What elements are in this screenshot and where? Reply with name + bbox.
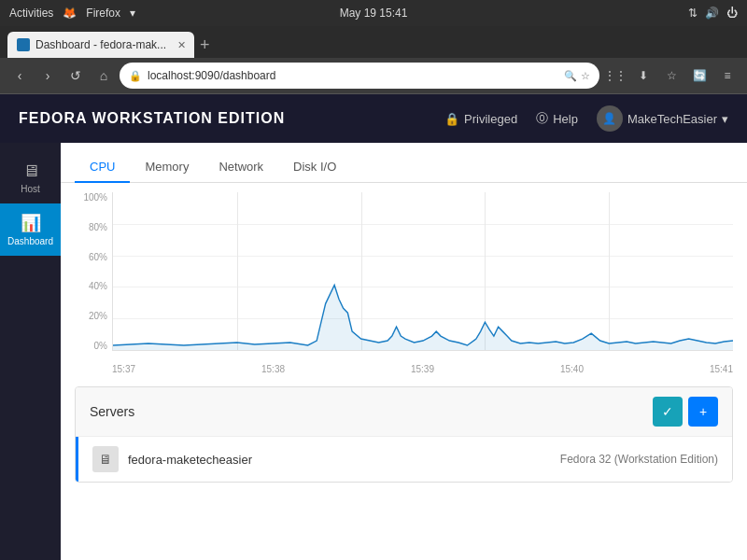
y-label-40: 40% — [89, 281, 107, 291]
menu-button[interactable]: ≡ — [715, 63, 740, 88]
y-label-20: 20% — [89, 311, 107, 321]
network-icon: ⇅ — [688, 7, 698, 20]
tab-cpu[interactable]: CPU — [75, 152, 130, 183]
y-label-60: 60% — [89, 252, 107, 262]
browser-tabs: Dashboard - fedora-mak... ✕ + — [0, 26, 747, 58]
tab-label: Dashboard - fedora-mak... — [35, 38, 166, 51]
browser-toolbar-right: ⋮⋮ ⬇ ☆ 🔄 ≡ — [603, 63, 740, 88]
servers-actions: ✓ + — [653, 397, 718, 427]
server-name: fedora-maketecheasier — [128, 453, 551, 467]
forward-button[interactable]: › — [35, 63, 60, 88]
new-tab-button[interactable]: + — [200, 32, 210, 58]
server-icon: 🖥 — [92, 446, 119, 472]
servers-section: Servers ✓ + 🖥 fedora-maketecheasier Fedo… — [75, 386, 733, 483]
extensions-button[interactable]: ⋮⋮ — [603, 63, 627, 88]
user-chevron: ▾ — [722, 112, 728, 126]
tab-close-button[interactable]: ✕ — [177, 39, 186, 51]
x-label-1539: 15:39 — [411, 364, 434, 374]
server-os: Fedora 32 (Workstation Edition) — [560, 453, 718, 466]
help-item[interactable]: ⓪ Help — [536, 110, 578, 127]
servers-title: Servers — [90, 404, 134, 419]
x-label-1540: 15:40 — [560, 364, 584, 374]
app-header-right: 🔒 Privileged ⓪ Help 👤 MakeTechEasier ▾ — [444, 105, 728, 132]
content-area: CPU Memory Network Disk I/O 100% 80% 60%… — [61, 143, 747, 560]
y-label-100: 100% — [83, 192, 107, 203]
add-server-button[interactable]: + — [688, 397, 718, 427]
help-label: Help — [553, 112, 578, 126]
username-label: MakeTechEasier — [627, 112, 717, 126]
sidebar: 🖥 Host 📊 Dashboard — [0, 143, 61, 560]
user-avatar: 👤 — [597, 105, 623, 132]
app-container: FEDORA WORKSTATION EDITION 🔒 Privileged … — [0, 94, 747, 560]
tab-favicon — [17, 38, 30, 51]
sidebar-item-dashboard[interactable]: 📊 Dashboard — [0, 203, 61, 256]
chart-x-labels: 15:37 15:38 15:39 15:40 15:41 — [112, 364, 733, 374]
x-label-1538: 15:38 — [261, 364, 285, 374]
browser-toolbar: ‹ › ↺ ⌂ 🔒 localhost:9090/dashboard 🔍 ☆ ⋮… — [0, 58, 747, 93]
lock-icon-header: 🔒 — [444, 112, 459, 126]
help-icon: ⓪ — [536, 110, 548, 127]
logo-prefix: FEDORA — [19, 110, 87, 126]
bookmark-list-button[interactable]: ☆ — [659, 63, 684, 88]
logo-suffix: WORKSTATION EDITION — [87, 110, 285, 126]
cpu-chart-svg — [113, 192, 733, 350]
x-label-1537: 15:37 — [112, 364, 135, 374]
host-icon: 🖥 — [22, 161, 39, 181]
y-label-80: 80% — [89, 222, 107, 232]
os-datetime: May 19 15:41 — [340, 7, 408, 20]
browser-tab-active[interactable]: Dashboard - fedora-mak... ✕ — [7, 32, 194, 58]
user-menu[interactable]: 👤 MakeTechEasier ▾ — [597, 105, 728, 132]
x-label-1541: 15:41 — [710, 364, 733, 374]
browser-icon: 🦊 — [63, 7, 77, 20]
sidebar-item-host[interactable]: 🖥 Host — [0, 152, 61, 203]
servers-header: Servers ✓ + — [76, 387, 732, 437]
tab-disk[interactable]: Disk I/O — [278, 152, 351, 183]
os-topbar-left: Activities 🦊 Firefox ▾ — [9, 7, 135, 20]
sync-button[interactable]: 🔄 — [687, 63, 712, 88]
app-header: FEDORA WORKSTATION EDITION 🔒 Privileged … — [0, 94, 747, 143]
volume-icon: 🔊 — [705, 7, 719, 20]
lock-icon: 🔒 — [129, 70, 142, 82]
tab-memory[interactable]: Memory — [130, 152, 204, 183]
server-row[interactable]: 🖥 fedora-maketecheasier Fedora 32 (Works… — [76, 437, 732, 482]
power-icon: ⏻ — [726, 7, 738, 20]
main-layout: 🖥 Host 📊 Dashboard CPU Memory Network Di… — [0, 143, 747, 560]
privileged-item[interactable]: 🔒 Privileged — [444, 112, 517, 126]
y-label-0: 0% — [94, 341, 107, 351]
sidebar-host-label: Host — [21, 184, 40, 194]
url-text: localhost:9090/dashboard — [148, 69, 558, 82]
chart-y-labels: 100% 80% 60% 40% 20% 0% — [75, 192, 107, 351]
bookmark-icon[interactable]: ☆ — [581, 70, 590, 82]
reload-button[interactable]: ↺ — [63, 63, 88, 88]
downloads-button[interactable]: ⬇ — [631, 63, 655, 88]
browser-menu-arrow[interactable]: ▾ — [130, 7, 135, 20]
address-bar[interactable]: 🔒 localhost:9090/dashboard 🔍 ☆ — [120, 63, 599, 89]
privileged-label: Privileged — [464, 112, 517, 126]
check-button[interactable]: ✓ — [653, 397, 683, 427]
tab-network[interactable]: Network — [204, 152, 278, 183]
chart-container: 100% 80% 60% 40% 20% 0% — [61, 183, 747, 379]
os-system-icons: ⇅ 🔊 ⏻ — [688, 7, 738, 20]
app-logo: FEDORA WORKSTATION EDITION — [19, 110, 285, 127]
activities-label[interactable]: Activities — [9, 7, 53, 20]
chart-area — [112, 192, 733, 351]
tabs-bar: CPU Memory Network Disk I/O — [61, 143, 747, 183]
browser-label[interactable]: Firefox — [86, 7, 120, 20]
dashboard-icon: 📊 — [21, 213, 41, 233]
browser-chrome: Dashboard - fedora-mak... ✕ + ‹ › ↺ ⌂ 🔒 … — [0, 26, 747, 94]
os-topbar: Activities 🦊 Firefox ▾ May 19 15:41 ⇅ 🔊 … — [0, 0, 747, 26]
home-button[interactable]: ⌂ — [92, 63, 116, 88]
cpu-line — [113, 285, 733, 345]
address-bar-actions: 🔍 ☆ — [564, 70, 590, 82]
sidebar-dashboard-label: Dashboard — [7, 236, 53, 246]
back-button[interactable]: ‹ — [7, 63, 32, 88]
search-icon[interactable]: 🔍 — [564, 70, 577, 82]
